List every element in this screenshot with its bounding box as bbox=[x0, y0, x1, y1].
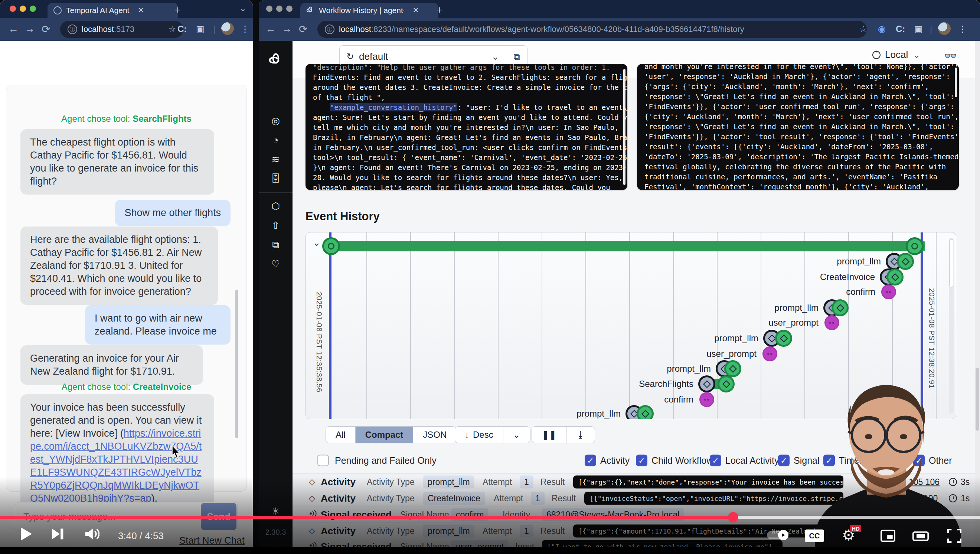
settings-gear-icon[interactable]: ⚙ HD bbox=[842, 527, 855, 544]
site-info-icon[interactable]: ⓘ bbox=[325, 24, 334, 34]
reload-button[interactable]: ⟳ bbox=[41, 23, 50, 35]
filter-activity-label: Activity bbox=[600, 455, 630, 466]
reload-button[interactable]: ⟳ bbox=[299, 23, 307, 35]
view-json-button[interactable]: JSON bbox=[413, 427, 456, 443]
timeline-completed-marker[interactable] bbox=[636, 405, 654, 419]
address-bar[interactable]: ⓘ localhost:8233/namespaces/default/work… bbox=[317, 21, 867, 38]
timeline-signal-marker[interactable] bbox=[881, 285, 896, 299]
timeline-completed-marker[interactable] bbox=[897, 253, 914, 270]
tab-temporal-ai-agent[interactable]: Temporal AI Agent ✕ bbox=[48, 3, 178, 18]
play-button[interactable] bbox=[19, 527, 33, 543]
tab-workflow-history[interactable]: Workflow History | agent-wor ✕ bbox=[300, 3, 438, 18]
tool-label-createinvoice: Agent chose tool: CreateInvoice bbox=[0, 382, 253, 392]
filter-child-workflow-checkbox[interactable]: ✓ bbox=[636, 455, 648, 466]
code-scrollbar[interactable] bbox=[623, 69, 625, 185]
bookmark-star-icon[interactable]: ☆ bbox=[169, 24, 176, 34]
forward-button[interactable]: → bbox=[282, 23, 292, 35]
bookmark-star-icon[interactable]: ☆ bbox=[859, 24, 867, 34]
download-history-button[interactable]: ⭳ bbox=[566, 427, 595, 443]
pause-button[interactable]: ❚❚ bbox=[532, 427, 566, 443]
toolbar-divider: | bbox=[930, 24, 932, 34]
sort-desc-button[interactable]: ↓Desc bbox=[455, 427, 503, 443]
timeline-signal-marker[interactable] bbox=[699, 392, 714, 407]
workflow-span-bar[interactable] bbox=[330, 241, 925, 252]
timeline-event-label: CreateInvoice bbox=[820, 272, 875, 282]
chat-scrollbar[interactable] bbox=[235, 290, 238, 438]
close-window-button[interactable] bbox=[10, 6, 16, 12]
sidebar-workflows-icon[interactable]: ◎ bbox=[259, 115, 293, 127]
minimize-window-button[interactable] bbox=[20, 6, 26, 12]
labs-glasses-icon[interactable]: 👓 bbox=[944, 50, 957, 62]
workflow-end-marker[interactable] bbox=[906, 237, 924, 255]
video-scrubber-handle[interactable] bbox=[728, 512, 738, 522]
sidebar-schedules-icon[interactable]: ◔ bbox=[259, 134, 293, 146]
timeline-scrollbar-thumb[interactable] bbox=[949, 239, 953, 287]
sidebar-divider bbox=[259, 193, 293, 193]
tab-search-chevron-icon[interactable]: ⌄ bbox=[239, 4, 246, 13]
fullscreen-button[interactable] bbox=[947, 529, 961, 544]
browser-menu-icon[interactable]: ⋮ bbox=[958, 24, 967, 34]
password-manager-icon[interactable]: ◉ bbox=[878, 24, 886, 34]
profile-avatar[interactable] bbox=[938, 22, 951, 35]
timeline-signal-marker[interactable] bbox=[824, 315, 839, 330]
pending-failed-checkbox[interactable] bbox=[317, 455, 329, 466]
zoom-window-button[interactable] bbox=[286, 6, 293, 12]
forward-button[interactable]: → bbox=[24, 23, 35, 35]
timeline-completed-marker[interactable] bbox=[718, 376, 735, 392]
captions-button[interactable]: CC bbox=[805, 530, 824, 542]
extensions-puzzle-icon[interactable]: ▣ bbox=[196, 24, 205, 34]
minimize-window-button[interactable] bbox=[276, 6, 283, 12]
timeline-completed-marker[interactable] bbox=[724, 360, 741, 377]
code-panel-left[interactable]: "description": "Help the user gather arg… bbox=[305, 64, 627, 190]
close-tab-icon[interactable]: ✕ bbox=[412, 6, 419, 15]
next-button[interactable] bbox=[51, 527, 65, 542]
sidebar-export-icon[interactable]: ⇧ bbox=[259, 220, 293, 231]
invoice-link[interactable]: https://invoice.stripe.com/i/acct_1NBOLu… bbox=[30, 428, 202, 504]
volume-button[interactable] bbox=[84, 527, 100, 542]
autoplay-toggle[interactable] bbox=[767, 531, 789, 539]
timeline-completed-marker[interactable] bbox=[775, 330, 792, 347]
sort-chevron-button[interactable]: ⌄ bbox=[503, 427, 530, 443]
back-button[interactable]: ← bbox=[266, 23, 276, 35]
workflow-start-marker[interactable] bbox=[322, 237, 340, 255]
video-progress-bar[interactable] bbox=[0, 516, 980, 519]
address-bar[interactable]: ⓘ localhost:5173 ☆ bbox=[60, 21, 183, 38]
filter-local-activity-checkbox[interactable]: ✓ bbox=[710, 455, 721, 466]
sidebar-archive-icon[interactable]: 🗄 bbox=[259, 173, 293, 185]
view-all-button[interactable]: All bbox=[326, 427, 356, 443]
sidebar-import-icon[interactable]: ⧉ bbox=[259, 239, 293, 251]
new-tab-button[interactable]: + bbox=[175, 5, 181, 16]
code-scrollbar[interactable] bbox=[955, 68, 957, 97]
close-window-button[interactable] bbox=[266, 6, 272, 12]
timeline-signal-marker[interactable] bbox=[762, 346, 777, 361]
view-compact-button[interactable]: Compact bbox=[356, 427, 414, 443]
timeline-completed-marker[interactable] bbox=[832, 299, 849, 316]
extensions-puzzle-icon[interactable]: ▣ bbox=[914, 24, 923, 34]
timeline-completed-marker[interactable] bbox=[886, 269, 904, 285]
miniplayer-button[interactable] bbox=[880, 530, 896, 544]
close-tab-icon[interactable]: ✕ bbox=[137, 6, 144, 15]
start-new-chat-link[interactable]: Start New Chat bbox=[179, 535, 245, 546]
sidebar-namespaces-icon[interactable]: ≋ bbox=[259, 154, 293, 165]
timeline-scheduled-marker[interactable] bbox=[698, 376, 715, 392]
zoom-window-button[interactable] bbox=[30, 6, 36, 12]
filter-signal-checkbox[interactable]: ✓ bbox=[778, 455, 789, 466]
site-info-icon[interactable]: ⓘ bbox=[68, 24, 77, 34]
browser-menu-icon[interactable]: ⋮ bbox=[240, 24, 250, 34]
filter-activity-checkbox[interactable]: ✓ bbox=[585, 455, 596, 466]
collapse-chevron-icon[interactable]: ⌄ bbox=[313, 237, 321, 248]
profile-avatar[interactable] bbox=[221, 22, 234, 35]
timezone-selector[interactable]: Local ⌄ bbox=[872, 49, 921, 60]
extension-c-icon[interactable]: C: bbox=[177, 24, 187, 34]
extension-c-icon[interactable]: C: bbox=[896, 24, 905, 34]
playback-control: ❚❚ ⭳ bbox=[531, 426, 595, 443]
theater-mode-button[interactable] bbox=[912, 531, 929, 543]
new-tab-button[interactable]: + bbox=[436, 5, 443, 16]
left-browser-window: Temporal AI Agent ✕ + ⌄ ← → ⟳ ⓘ localhos… bbox=[0, 0, 253, 547]
back-button[interactable]: ← bbox=[8, 23, 19, 35]
sidebar-codec-icon[interactable]: ⬡ bbox=[259, 201, 293, 212]
left-tabstrip: Temporal AI Agent ✕ + ⌄ bbox=[0, 0, 253, 18]
code-panel-right[interactable]: and month you're interested in for the e… bbox=[637, 64, 959, 190]
timeline-event-label: confirm bbox=[846, 287, 875, 297]
sidebar-feedback-heart-icon[interactable]: ♡ bbox=[259, 258, 293, 270]
